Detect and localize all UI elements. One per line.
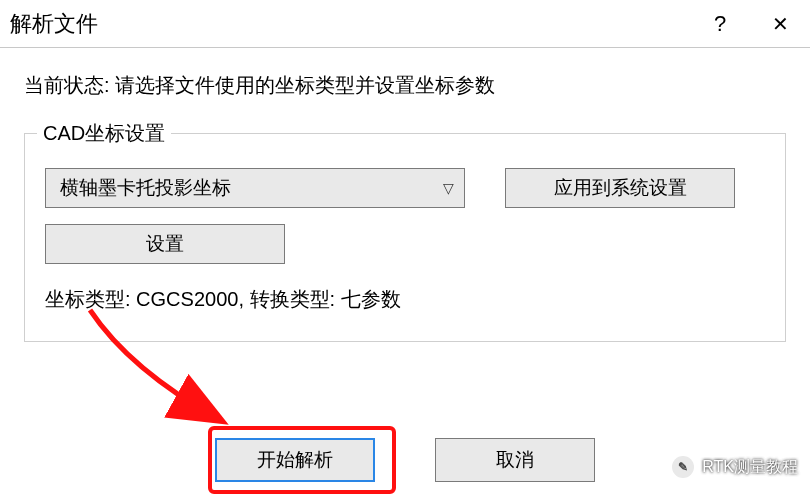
cancel-label: 取消	[496, 447, 534, 473]
dialog-button-row: 开始解析 取消	[0, 438, 810, 482]
cancel-button[interactable]: 取消	[435, 438, 595, 482]
help-button[interactable]: ?	[690, 0, 750, 48]
content-area: 当前状态: 请选择文件使用的坐标类型并设置坐标参数 CAD坐标设置 横轴墨卡托投…	[0, 48, 810, 342]
titlebar: 解析文件 ? ✕	[0, 0, 810, 48]
cad-coord-groupbox: CAD坐标设置 横轴墨卡托投影坐标 ▽ 应用到系统设置 设置 坐标类型: CGC…	[24, 133, 786, 342]
status-label: 当前状态:	[24, 74, 110, 96]
close-button[interactable]: ✕	[750, 0, 810, 48]
projection-combo-value: 横轴墨卡托投影坐标	[60, 175, 443, 201]
group-row-1: 横轴墨卡托投影坐标 ▽ 应用到系统设置	[45, 168, 765, 208]
coord-details: 坐标类型: CGCS2000, 转换类型: 七参数	[45, 286, 765, 313]
apply-to-system-button[interactable]: 应用到系统设置	[505, 168, 735, 208]
start-label: 开始解析	[257, 447, 333, 473]
groupbox-title: CAD坐标设置	[37, 120, 171, 147]
setup-button[interactable]: 设置	[45, 224, 285, 264]
status-text: 请选择文件使用的坐标类型并设置坐标参数	[115, 74, 495, 96]
apply-label: 应用到系统设置	[554, 175, 687, 201]
dialog-title: 解析文件	[10, 9, 690, 39]
status-line: 当前状态: 请选择文件使用的坐标类型并设置坐标参数	[24, 72, 786, 99]
chevron-down-icon: ▽	[443, 180, 454, 196]
setup-label: 设置	[146, 231, 184, 257]
start-parse-button[interactable]: 开始解析	[215, 438, 375, 482]
projection-combo[interactable]: 横轴墨卡托投影坐标 ▽	[45, 168, 465, 208]
